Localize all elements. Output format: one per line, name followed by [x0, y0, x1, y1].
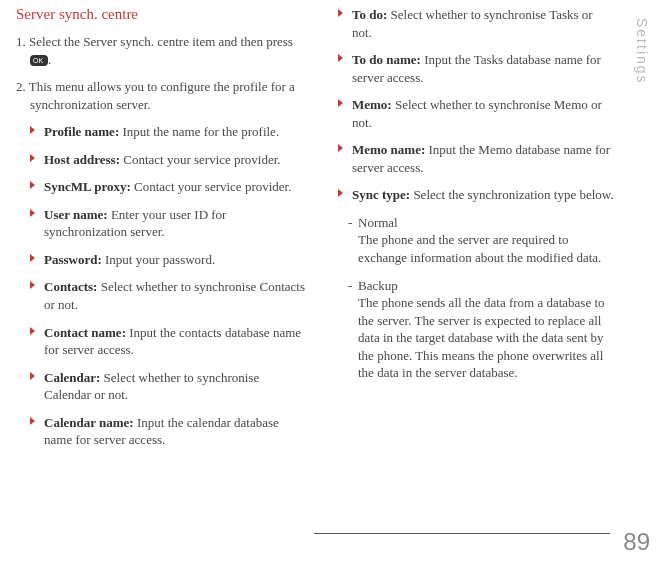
ok-icon [30, 55, 48, 66]
vertical-section-label: Settings [634, 18, 650, 85]
bullet-item: SyncML proxy: Contact your service provi… [16, 178, 306, 196]
dash-marker: - [348, 214, 352, 232]
bullet-text: Input the name for the profile. [119, 124, 279, 139]
bullet-text: Input your password. [102, 252, 215, 267]
triangle-bullet-icon [338, 99, 343, 107]
bullet-item: Password: Input your password. [16, 251, 306, 269]
bullet-text: Contact your service provider. [120, 152, 281, 167]
bullet-item: Sync type: Select the synchronization ty… [324, 186, 614, 204]
bullet-item: To do: Select whether to synchronise Tas… [324, 6, 614, 41]
triangle-bullet-icon [338, 189, 343, 197]
bullet-label: Host address: [44, 152, 120, 167]
bullet-label: SyncML proxy: [44, 179, 131, 194]
bullet-text: Contact your service provider. [131, 179, 292, 194]
bullet-label: Password: [44, 252, 102, 267]
step-1-suffix: . [48, 52, 51, 67]
bullet-label: Contact name: [44, 325, 126, 340]
step-1: 1. Select the Server synch. centre item … [16, 33, 306, 68]
dash-marker: - [348, 277, 352, 295]
triangle-bullet-icon [30, 281, 35, 289]
page-number: 89 [623, 528, 650, 556]
bullet-item: Profile name: Input the name for the pro… [16, 123, 306, 141]
triangle-bullet-icon [30, 181, 35, 189]
triangle-bullet-icon [30, 372, 35, 380]
step-1-prefix: 1. Select the Server synch. centre item … [16, 34, 293, 49]
triangle-bullet-icon [338, 54, 343, 62]
triangle-bullet-icon [338, 9, 343, 17]
triangle-bullet-icon [338, 144, 343, 152]
divider-line [314, 533, 610, 534]
sub-item-title: Backup [358, 278, 398, 293]
step-2: 2. This menu allows you to configure the… [16, 78, 306, 113]
bullet-label: Calendar: [44, 370, 100, 385]
bullet-label: Calendar name: [44, 415, 134, 430]
bullet-label: Profile name: [44, 124, 119, 139]
bullet-label: Contacts: [44, 279, 97, 294]
sub-item-title: Normal [358, 215, 398, 230]
sub-item-body: The phone sends all the data from a data… [358, 295, 605, 380]
triangle-bullet-icon [30, 327, 35, 335]
triangle-bullet-icon [30, 254, 35, 262]
triangle-bullet-icon [30, 209, 35, 217]
sub-item: -BackupThe phone sends all the data from… [324, 277, 614, 382]
bullet-label: To do: [352, 7, 387, 22]
bullet-item: Calendar: Select whether to synchronise … [16, 369, 306, 404]
bullet-text: Select the synchronization type below. [410, 187, 614, 202]
sub-item: -NormalThe phone and the server are requ… [324, 214, 614, 267]
bullet-item: Host address: Contact your service provi… [16, 151, 306, 169]
section-title: Server synch. centre [16, 6, 306, 23]
bullet-item: Contact name: Input the contacts databas… [16, 324, 306, 359]
triangle-bullet-icon [30, 154, 35, 162]
bullet-label: User name: [44, 207, 108, 222]
triangle-bullet-icon [30, 126, 35, 134]
bullet-item: Memo name: Input the Memo database name … [324, 141, 614, 176]
bullet-label: Sync type: [352, 187, 410, 202]
bullet-label: Memo name: [352, 142, 425, 157]
bullet-label: Memo: [352, 97, 392, 112]
sub-item-body: The phone and the server are required to… [358, 232, 601, 265]
bullet-item: To do name: Input the Tasks database nam… [324, 51, 614, 86]
bullet-item: Calendar name: Input the calendar databa… [16, 414, 306, 449]
triangle-bullet-icon [30, 417, 35, 425]
bullet-item: Memo: Select whether to synchronise Memo… [324, 96, 614, 131]
bullet-label: To do name: [352, 52, 421, 67]
bullet-item: User name: Enter your user ID for synchr… [16, 206, 306, 241]
bullet-text: Select whether to synchronise Tasks or n… [352, 7, 593, 40]
bullet-item: Contacts: Select whether to synchronise … [16, 278, 306, 313]
